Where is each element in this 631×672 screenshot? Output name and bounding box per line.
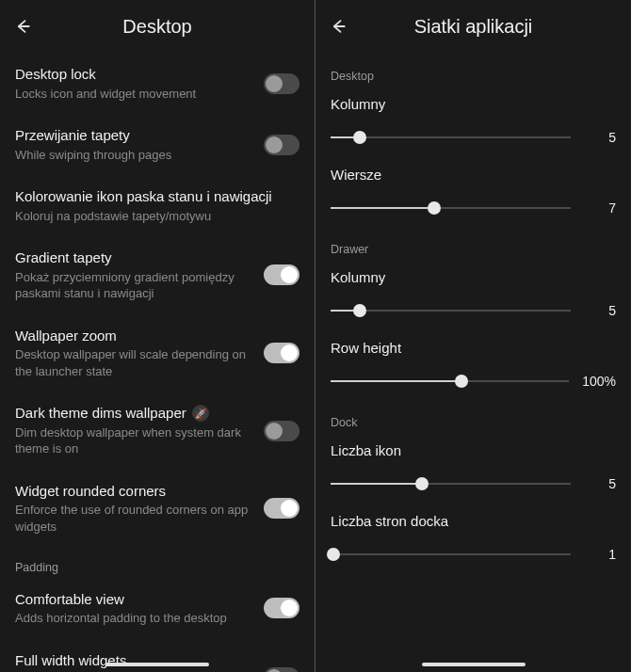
right-panel: Siatki aplikacji DesktopKolumny5Wiersze7… <box>316 0 631 672</box>
slider-row: 5 <box>331 472 616 496</box>
slider[interactable] <box>331 196 571 220</box>
slider-row: 5 <box>331 298 616 323</box>
item-title: Przewijanie tapety <box>15 126 252 145</box>
item-sub: Dim desktop wallpaper when system dark t… <box>15 424 252 457</box>
setting-wallpaper-zoom[interactable]: Wallpaper zoom Desktop wallpaper will sc… <box>0 314 315 392</box>
setting-full-width-widgets[interactable]: Full width widgets Removes horizontal pa… <box>0 639 315 672</box>
item-sub: Locks icon and widget movement <box>15 86 252 103</box>
item-sub: Desktop wallpaper will scale depending o… <box>15 346 252 379</box>
slider-item: Wiersze7 <box>316 155 631 226</box>
toggle-switch[interactable] <box>264 343 299 363</box>
section-header-padding: Padding <box>0 548 315 578</box>
slider-value: 7 <box>584 200 616 216</box>
slider-label: Kolumny <box>331 269 616 285</box>
left-topbar: Desktop <box>0 0 315 53</box>
toggle-switch[interactable] <box>264 73 299 94</box>
slider-value: 5 <box>584 130 616 145</box>
slider[interactable] <box>331 298 571 323</box>
setting-icon-coloring[interactable]: Kolorowanie ikon paska stanu i nawigacji… <box>0 175 315 236</box>
slider-thumb[interactable] <box>455 375 468 388</box>
home-indicator[interactable] <box>422 663 526 666</box>
slider-row: 1 <box>331 542 616 567</box>
slider-item: Kolumny5 <box>316 258 631 328</box>
slider[interactable] <box>331 369 569 393</box>
setting-dark-dims-wallpaper[interactable]: Dark theme dims wallpaper 🚀 Dim desktop … <box>0 392 315 470</box>
section-header: Drawer <box>316 226 631 258</box>
setting-desktop-lock[interactable]: Desktop lock Locks icon and widget movem… <box>0 53 315 114</box>
item-title: Kolorowanie ikon paska stanu i nawigacji <box>15 187 299 206</box>
item-sub: Adds horizontal padding to the desktop <box>15 610 252 627</box>
rocket-icon: 🚀 <box>192 405 209 422</box>
section-header: Dock <box>316 399 631 431</box>
item-sub: While swiping through pages <box>15 147 252 164</box>
toggle-switch[interactable] <box>264 264 299 285</box>
right-topbar: Siatki aplikacji <box>316 0 631 53</box>
item-title: Widget rounded corners <box>15 482 252 501</box>
slider-thumb[interactable] <box>353 304 366 317</box>
setting-comfortable-view[interactable]: Comfortable view Adds horizontal padding… <box>0 578 315 639</box>
setting-wallpaper-scroll[interactable]: Przewijanie tapety While swiping through… <box>0 114 315 175</box>
slider[interactable] <box>331 542 571 567</box>
slider-value: 5 <box>584 476 616 491</box>
left-panel: Desktop Desktop lock Locks icon and widg… <box>0 0 316 672</box>
item-title: Dark theme dims wallpaper 🚀 <box>15 404 252 423</box>
slider-label: Liczba stron docka <box>331 513 616 529</box>
slider-thumb[interactable] <box>353 131 366 144</box>
slider-row: 100% <box>331 369 616 393</box>
slider-thumb[interactable] <box>428 201 441 215</box>
slider-row: 5 <box>331 125 616 150</box>
slider-label: Row height <box>331 340 616 356</box>
slider[interactable] <box>331 472 571 496</box>
slider-thumb[interactable] <box>415 477 429 490</box>
item-sub: Pokaż przyciemniony gradient pomiędzy pa… <box>15 269 252 302</box>
item-title: Full width widgets <box>15 651 252 670</box>
slider-item: Liczba stron docka1 <box>316 502 631 572</box>
toggle-switch[interactable] <box>264 421 299 441</box>
item-title: Gradient tapety <box>15 248 252 267</box>
home-indicator[interactable] <box>105 663 209 666</box>
slider-row: 7 <box>331 196 616 220</box>
slider-thumb[interactable] <box>327 548 340 561</box>
toggle-switch[interactable] <box>264 135 299 155</box>
slider-label: Liczba ikon <box>331 442 616 458</box>
slider-value: 100% <box>582 374 616 389</box>
slider-item: Row height100% <box>316 328 631 399</box>
page-title-left: Desktop <box>13 16 301 38</box>
right-sections: DesktopKolumny5Wiersze7DrawerKolumny5Row… <box>316 53 631 572</box>
toggle-switch[interactable] <box>264 598 299 618</box>
slider-item: Kolumny5 <box>316 85 631 155</box>
item-title: Desktop lock <box>15 65 252 84</box>
item-title: Comfortable view <box>15 590 252 609</box>
item-sub: Koloruj na podstawie tapety/motywu <box>15 208 299 225</box>
setting-wallpaper-gradient[interactable]: Gradient tapety Pokaż przyciemniony grad… <box>0 236 315 314</box>
setting-widget-rounded[interactable]: Widget rounded corners Enforce the use o… <box>0 470 315 548</box>
toggle-switch[interactable] <box>264 498 299 519</box>
slider-label: Wiersze <box>331 167 616 183</box>
item-sub: Enforce the use of rounded corners on ap… <box>15 502 252 535</box>
item-title: Wallpaper zoom <box>15 327 252 345</box>
slider-label: Kolumny <box>331 96 616 112</box>
slider-item: Liczba ikon5 <box>316 431 631 502</box>
slider-value: 1 <box>584 547 616 562</box>
slider-value: 5 <box>584 303 616 318</box>
slider[interactable] <box>331 125 571 150</box>
page-title-right: Siatki aplikacji <box>329 16 618 38</box>
section-header: Desktop <box>316 53 631 85</box>
item-title-text: Dark theme dims wallpaper <box>15 404 186 423</box>
toggle-switch[interactable] <box>264 667 299 672</box>
